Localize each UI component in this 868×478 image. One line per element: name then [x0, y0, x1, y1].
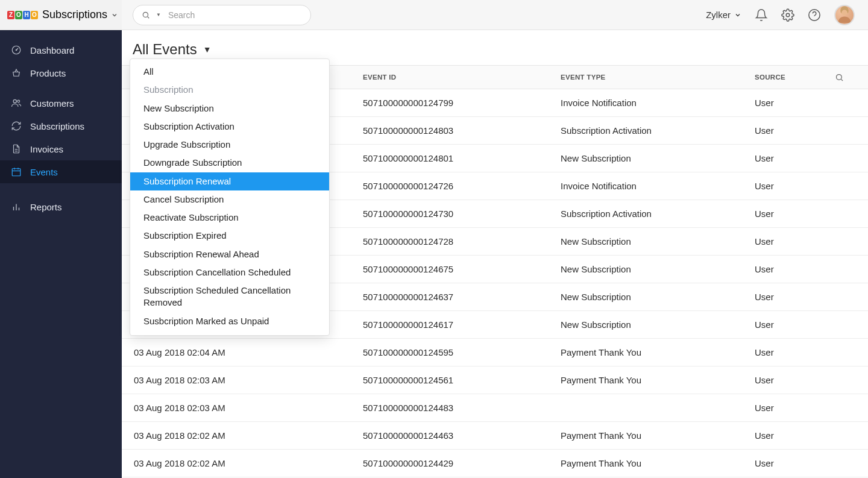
cell-source: User: [755, 430, 827, 441]
dropdown-item[interactable]: Subscription Expired: [130, 227, 329, 245]
dropdown-item[interactable]: Subscription Renewal Ahead: [130, 245, 329, 263]
dropdown-item[interactable]: Subscription Cancellation Scheduled: [130, 263, 329, 281]
cell-event_id: 507100000000124463: [363, 430, 561, 441]
table-row[interactable]: 03 Aug 2018 02:03 AM507100000000124483Us…: [122, 394, 868, 422]
cell-event_id: 507100000000124803: [363, 125, 561, 136]
dropdown-group: Subscription: [130, 81, 329, 99]
cell-event_id: 507100000000124728: [363, 236, 561, 247]
table-row[interactable]: 03 Aug 2018 02:03 AM507100000000124561Pa…: [122, 366, 868, 394]
page-title: All Events: [133, 41, 197, 58]
cell-event_id: 507100000000124799: [363, 98, 561, 108]
col-event-type[interactable]: EVENT TYPE: [561, 74, 755, 81]
cell-source: User: [755, 181, 827, 191]
svg-point-15: [786, 13, 790, 17]
cell-event_type: Payment Thank You: [561, 430, 755, 441]
col-source[interactable]: SOURCE: [755, 74, 827, 81]
dropdown-item[interactable]: Subscription Renewal: [130, 172, 329, 190]
search-box[interactable]: ▼: [133, 5, 311, 25]
org-switcher[interactable]: Zylker: [706, 10, 741, 20]
chevron-down-icon: [111, 11, 118, 19]
cell-source: User: [755, 153, 827, 163]
table-row[interactable]: 03 Aug 2018 02:02 AM507100000000124463Pa…: [122, 422, 868, 450]
gear-icon[interactable]: [781, 8, 794, 22]
sidebar-item-label: Customers: [30, 98, 74, 108]
sidebar-item-customers[interactable]: Customers: [0, 92, 122, 115]
dropdown-item[interactable]: All: [130, 63, 329, 81]
org-name: Zylker: [706, 10, 731, 20]
sidebar-item-events[interactable]: Events: [0, 160, 122, 183]
brand-bar[interactable]: ZOHO Subscriptions: [0, 0, 122, 30]
dropdown-item[interactable]: Susbcription Marked as Unpaid: [130, 312, 329, 330]
cell-event_id: 507100000000124617: [363, 319, 561, 330]
col-event-id[interactable]: EVENT ID: [363, 74, 561, 81]
sidebar-item-reports[interactable]: Reports: [0, 195, 122, 218]
cell-event_id: 507100000000124675: [363, 264, 561, 274]
search-input[interactable]: [167, 10, 302, 20]
sidebar-item-label: Events: [30, 167, 58, 177]
avatar[interactable]: [834, 5, 855, 25]
dropdown-item[interactable]: New Subscription: [130, 99, 329, 118]
cell-event_id: 507100000000124726: [363, 181, 561, 191]
sidebar-item-label: Dashboard: [30, 45, 74, 55]
sidebar-item-label: Products: [30, 68, 66, 78]
cell-event_id: 507100000000124561: [363, 375, 561, 385]
cell-event_type: New Subscription: [561, 292, 755, 302]
cell-event_type: New Subscription: [561, 264, 755, 274]
app-root: ZOHO Subscriptions DashboardProductsCust…: [0, 0, 868, 478]
sidebar: ZOHO Subscriptions DashboardProductsCust…: [0, 0, 122, 478]
cell-date: 03 Aug 2018 02:03 AM: [122, 403, 363, 413]
topbar-right: Zylker: [706, 5, 855, 25]
sidebar-item-label: Invoices: [30, 144, 63, 154]
event-filter-dropdown: AllSubscriptionNew SubscriptionSubscript…: [130, 58, 330, 336]
users-icon: [11, 98, 22, 108]
search-icon: [142, 11, 150, 19]
cell-source: User: [755, 209, 827, 219]
table-row[interactable]: 03 Aug 2018 02:02 AM507100000000124429Pa…: [122, 450, 868, 477]
table-row[interactable]: 03 Aug 2018 02:04 AM507100000000124595Pa…: [122, 339, 868, 366]
cell-event_type: Payment Thank You: [561, 347, 755, 357]
dropdown-item[interactable]: Downgrade Subscription: [130, 154, 329, 172]
cell-source: User: [755, 319, 827, 330]
sidebar-item-products[interactable]: Products: [0, 61, 122, 84]
cell-source: User: [755, 403, 827, 413]
table-search-icon[interactable]: [827, 73, 851, 82]
cell-event_type: Subscription Activation: [561, 209, 755, 219]
cell-event_id: 507100000000124595: [363, 347, 561, 357]
svg-point-19: [836, 74, 841, 80]
cell-event_type: Payment Thank You: [561, 458, 755, 468]
main: ▼ Zylker: [122, 0, 868, 478]
cell-event_type: Subscription Activation: [561, 125, 755, 136]
bell-icon[interactable]: [755, 8, 768, 22]
sidebar-item-label: Reports: [30, 202, 62, 212]
cell-source: User: [755, 292, 827, 302]
cell-event_type: Invoice Notification: [561, 98, 755, 108]
cell-source: User: [755, 125, 827, 136]
dropdown-item[interactable]: Cancel Subscription: [130, 190, 329, 209]
dropdown-item[interactable]: Subscription Activation: [130, 118, 329, 136]
chevron-down-icon: [734, 11, 741, 19]
cell-source: User: [755, 458, 827, 468]
cell-event_id: 507100000000124730: [363, 209, 561, 219]
sidebar-item-subscriptions[interactable]: Subscriptions: [0, 115, 122, 137]
cell-date: 03 Aug 2018 02:02 AM: [122, 458, 363, 468]
basket-icon: [11, 68, 22, 78]
svg-point-13: [143, 12, 148, 17]
cell-event_id: 507100000000124483: [363, 403, 561, 413]
dropdown-item[interactable]: Subscription Scheduled Cancellation Remo…: [130, 281, 329, 312]
svg-point-16: [809, 9, 820, 20]
cell-event_id: 507100000000124801: [363, 153, 561, 163]
dropdown-item[interactable]: Reactivate Subscription: [130, 209, 329, 227]
sidebar-item-invoices[interactable]: Invoices: [0, 137, 122, 160]
dropdown-item[interactable]: Upgrade Subscription: [130, 136, 329, 154]
svg-point-2: [13, 99, 16, 102]
help-icon[interactable]: [808, 8, 821, 22]
file-icon: [11, 143, 22, 154]
dropdown-item[interactable]: Subscription Deleted: [130, 330, 329, 336]
zoho-logo: ZOHO: [7, 11, 39, 19]
gauge-icon: [11, 45, 22, 55]
cell-source: User: [755, 347, 827, 357]
sidebar-nav: DashboardProductsCustomersSubscriptionsI…: [0, 30, 122, 227]
caret-down-icon: ▼: [203, 45, 212, 54]
cell-event_type: New Subscription: [561, 153, 755, 163]
sidebar-item-dashboard[interactable]: Dashboard: [0, 39, 122, 61]
